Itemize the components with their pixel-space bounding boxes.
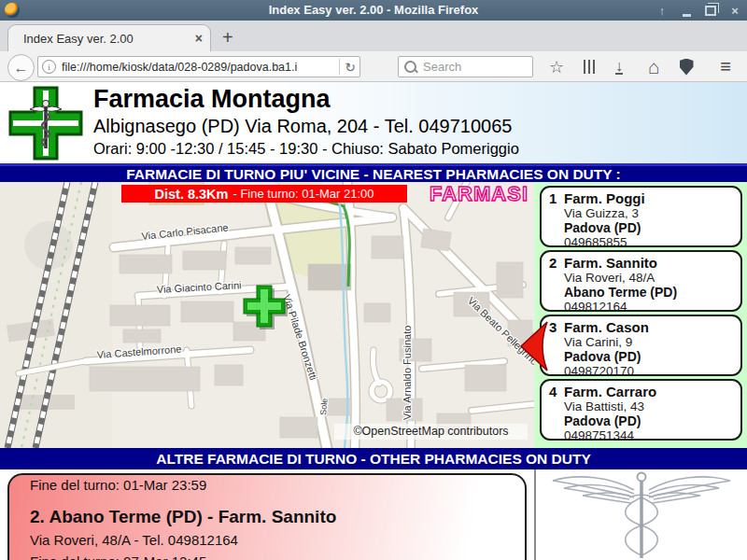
pharmacy-info: Farmacia Montagna Albignasego (PD) Via R… <box>93 84 519 160</box>
pharmacy-name: Farm. Cason <box>564 319 649 335</box>
bottom-row: Fine del turno: 01-Mar 23:59 2. Abano Te… <box>0 469 747 560</box>
window-titlebar: Index Easy ver. 2.00 - Mozilla Firefox ↑… <box>0 0 747 21</box>
farmasi-logo: FARMASI <box>430 182 529 206</box>
window-controls: ↑ × <box>655 0 741 21</box>
pharmacy-cross-logo <box>7 85 84 161</box>
pharmacy-phone: 049812164 <box>564 300 737 312</box>
pharmacy-name: Farm. Sannito <box>564 255 657 271</box>
content-row: Via Carlo Pisacane Via Giacinto Carini V… <box>0 182 747 448</box>
other-duty-box: Fine del turno: 01-Mar 23:59 2. Abano Te… <box>7 473 527 560</box>
restore-icon[interactable] <box>704 4 717 17</box>
pharmacy-hours: Orari: 9:00 -12:30 / 15:45 - 19:30 - Chi… <box>93 138 519 160</box>
library-icon[interactable] <box>578 51 600 82</box>
downloads-icon[interactable]: ↓ <box>608 51 630 82</box>
pharmacy-card-2[interactable]: 2Farm. Sannito Via Roveri, 48/A Abano Te… <box>540 250 742 312</box>
previous-duty-end: Fine del turno: 01-Mar 23:59 <box>30 477 525 493</box>
close-icon[interactable]: × <box>728 4 741 17</box>
shade-window-icon[interactable]: ↑ <box>655 4 669 17</box>
pharmacy-city: Padova (PD) <box>564 220 737 235</box>
pharmacy-phone: 0498720170 <box>564 364 737 376</box>
nearest-pharmacy-list: 1Farm. Poggi Via Guizza, 3 Padova (PD) 0… <box>534 182 747 448</box>
url-input[interactable] <box>60 60 334 75</box>
reload-icon[interactable]: ↻ <box>345 60 356 75</box>
pharmacy-city: Padova (PD) <box>564 349 737 364</box>
tracking-shield-icon[interactable] <box>675 51 698 82</box>
pharmacy-name: Farm. Poggi <box>564 190 645 206</box>
bookmark-star-icon[interactable]: ☆ <box>545 51 568 82</box>
tab-title: Index Easy ver. 2.00 <box>23 32 195 46</box>
banner-other-pharmacies: ALTRE FARMACIE DI TURNO - OTHER PHARMACI… <box>0 448 747 469</box>
duty-end-time: Fine del turno: 07-Mar 12:45 <box>30 553 525 560</box>
selected-pharmacy-arrow-icon <box>518 320 550 372</box>
banner-nearest-pharmacies: FARMACIE DI TURNO PIU' VICINE - NEAREST … <box>0 163 747 182</box>
pharmacy-name: Farmacia Montagna <box>93 84 519 114</box>
tab-index-easy[interactable]: Index Easy ver. 2.00 × <box>7 24 211 51</box>
caduceus-panel <box>534 469 747 560</box>
pharmacy-phone: 049685855 <box>564 235 737 247</box>
hamburger-menu-icon[interactable]: ≡ <box>714 51 737 82</box>
tab-bar: Index Easy ver. 2.00 × + <box>0 21 747 51</box>
home-icon[interactable]: ⌂ <box>642 51 665 82</box>
street-label: Sole <box>318 398 330 415</box>
duty-end-time: - Fine turno: 01-Mar 21:00 <box>233 187 374 201</box>
browser-window: Index Easy ver. 2.00 - Mozilla Firefox ↑… <box>0 0 747 560</box>
search-bar[interactable] <box>398 56 533 77</box>
pharmacy-card-4[interactable]: 4Farm. Carraro Via Battisti, 43 Padova (… <box>540 379 742 441</box>
pharmacy-street: Via Battisti, 43 <box>564 399 737 413</box>
pharmacy-city: Padova (PD) <box>564 413 737 428</box>
pharmacy-city: Abano Terme (PD) <box>564 285 737 300</box>
minimize-icon[interactable] <box>680 4 693 17</box>
pharmacy-number: 1 <box>549 190 558 206</box>
distance-value: Dist. 8.3Km <box>154 187 228 202</box>
duty-pharmacy-title: 2. Abano Terme (PD) - Farm. Sannito <box>30 507 525 527</box>
pharmacy-number: 3 <box>549 319 558 335</box>
pharmacy-name: Farm. Carraro <box>564 384 656 399</box>
url-divider <box>339 59 340 75</box>
pharmacy-header: Farmacia Montagna Albignasego (PD) Via R… <box>0 82 747 163</box>
map-canvas: Via Carlo Pisacane Via Giacinto Carini V… <box>0 182 534 448</box>
search-icon <box>404 61 416 73</box>
street-label: Via Arnaldo Fusinato <box>402 326 413 420</box>
pharmacy-number: 4 <box>549 384 558 399</box>
url-bar[interactable]: i ↻ <box>37 56 360 77</box>
pharmacy-street: Via Guizza, 3 <box>564 206 737 220</box>
duty-pharmacy-address: Via Roveri, 48/A - Tel. 049812164 <box>30 532 525 549</box>
navigation-toolbar: ← i ↻ ☆ ↓ ⌂ ≡ <box>0 51 747 82</box>
pharmacy-street: Via Roveri, 48/A <box>564 271 737 285</box>
tab-close-icon[interactable]: × <box>195 31 203 46</box>
back-button[interactable]: ← <box>7 54 35 81</box>
pharmacy-card-1[interactable]: 1Farm. Poggi Via Guizza, 3 Padova (PD) 0… <box>540 186 742 247</box>
pharmacy-number: 2 <box>549 255 558 271</box>
window-title: Index Easy ver. 2.00 - Mozilla Firefox <box>0 0 747 21</box>
pharmacy-card-3[interactable]: 3Farm. Cason Via Carini, 9 Padova (PD) 0… <box>540 315 742 376</box>
search-input[interactable] <box>421 59 527 75</box>
pharmacy-street: Via Carini, 9 <box>564 335 737 349</box>
pharmacy-address: Albignasego (PD) Via Roma, 204 - Tel. 04… <box>93 114 519 138</box>
map[interactable]: Via Carlo Pisacane Via Giacinto Carini V… <box>0 182 534 448</box>
new-tab-button[interactable]: + <box>222 28 233 47</box>
map-attribution: ©OpenStreetMap contributors <box>334 424 528 440</box>
caduceus-icon <box>536 469 747 560</box>
pharmacy-phone: 0498751344 <box>564 428 737 441</box>
page-info-icon[interactable]: i <box>42 60 56 74</box>
distance-banner: Dist. 8.3Km - Fine turno: 01-Mar 21:00 <box>121 185 407 203</box>
